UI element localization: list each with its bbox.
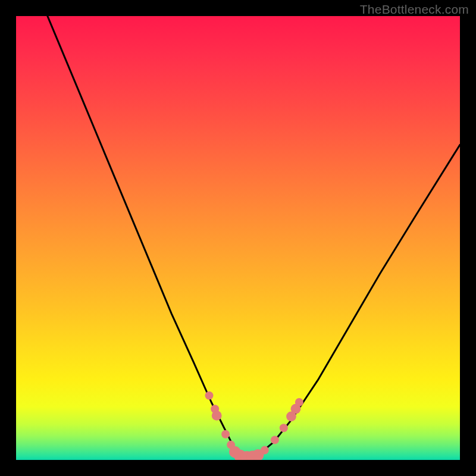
curve-layer bbox=[16, 16, 460, 460]
curve-marker bbox=[205, 392, 214, 400]
plot-area bbox=[16, 16, 460, 460]
attribution-label: TheBottleneck.com bbox=[360, 2, 469, 17]
curve-markers bbox=[205, 392, 303, 460]
curve-marker bbox=[212, 411, 222, 421]
bottleneck-curve bbox=[16, 16, 460, 458]
curve-marker bbox=[221, 430, 230, 439]
curve-marker bbox=[295, 398, 303, 406]
curve-marker bbox=[261, 446, 269, 455]
curve-marker bbox=[271, 436, 279, 444]
curve-marker bbox=[280, 424, 288, 432]
